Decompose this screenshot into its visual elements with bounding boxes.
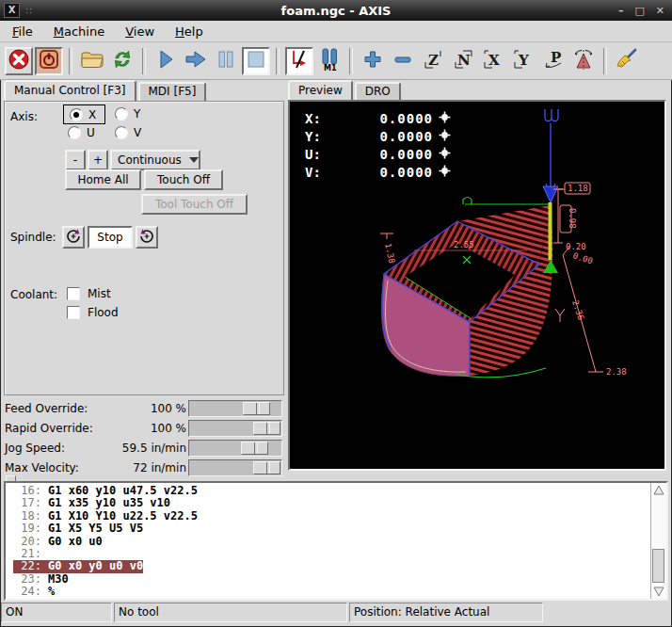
jog-mode-dropdown[interactable]: Continuous (110, 150, 200, 170)
view-x-icon: X (482, 48, 504, 73)
flood-checkbox[interactable]: Flood (67, 306, 119, 319)
menu-view[interactable]: View (119, 23, 161, 40)
radio-x-indicator (70, 108, 83, 121)
gcode-line[interactable]: 18:G1 X10 Y10 u22.5 v22.5 (13, 510, 650, 522)
svg-text:P: P (551, 49, 561, 66)
axis-radio-u[interactable]: U (68, 126, 95, 139)
menu-file[interactable]: File (6, 23, 40, 40)
skip-slash-icon (288, 48, 311, 73)
view-y-button[interactable]: Y (509, 47, 537, 75)
dro-value: 0.0000 (333, 165, 433, 180)
zoom-out-button[interactable] (389, 47, 417, 75)
radio-v-indicator (115, 126, 128, 139)
jog-speed-value: 59.5 in/min (85, 442, 186, 455)
gcode-line[interactable]: 21: (13, 548, 650, 560)
pause-button[interactable] (212, 47, 240, 75)
rapid-override-slider[interactable] (188, 420, 282, 437)
slider-handle[interactable] (243, 402, 270, 415)
zoom-in-button[interactable] (359, 47, 387, 75)
close-button[interactable]: ✕ (656, 5, 664, 17)
optional-pause-button[interactable]: M1 (315, 47, 344, 75)
jog-minus-button[interactable]: - (65, 150, 86, 170)
gcode-line[interactable]: 19:G1 X5 Y5 U5 V5 (13, 522, 650, 535)
svg-text:Y: Y (518, 52, 529, 69)
run-program-button[interactable] (152, 47, 180, 75)
axis-radio-y[interactable]: Y (115, 107, 140, 121)
position-mode-status: Position: Relative Actual (349, 603, 543, 622)
view-z-rotated-button[interactable]: N (449, 47, 477, 75)
dro-axis-label: Y: (305, 129, 333, 144)
rapid-override-value: 100 % (85, 422, 186, 435)
view-x-button[interactable]: X (479, 47, 507, 75)
maximize-button[interactable]: □ (634, 5, 644, 17)
mist-checkbox[interactable]: Mist (67, 287, 111, 300)
menu-help[interactable]: Help (168, 23, 210, 40)
clear-plot-button[interactable] (613, 47, 641, 75)
rotate-view-button[interactable] (569, 47, 598, 75)
toolbar-separator (603, 48, 607, 74)
svg-text:Z: Z (428, 52, 439, 69)
view-perspective-button[interactable]: P (539, 47, 568, 75)
feed-override-slider[interactable] (188, 400, 282, 417)
radio-y-indicator (115, 107, 128, 121)
dro-axis-label: U: (305, 147, 333, 162)
step-arrow-icon (184, 48, 208, 73)
mist-label: Mist (88, 287, 111, 300)
menubar: File Machine View Help (0, 21, 672, 42)
svg-text:1.38: 1.38 (383, 242, 396, 264)
max-velocity-slider[interactable] (188, 459, 282, 476)
slider-handle[interactable] (253, 422, 280, 435)
gcode-text[interactable]: 16:G1 x60 y10 u47.5 v22.5 17:G1 x35 y10 … (6, 483, 650, 599)
spindle-ccw-icon (65, 228, 82, 248)
home-all-button[interactable]: Home All (65, 169, 141, 190)
toolbar-separator (69, 48, 72, 74)
slider-handle[interactable] (241, 442, 268, 455)
tool-touch-off-button[interactable]: Tool Touch Off (141, 194, 248, 215)
gcode-line[interactable]: 20:G0 x0 u0 (13, 536, 650, 548)
scroll-up-arrow[interactable] (651, 483, 666, 497)
max-velocity-value: 72 in/min (85, 461, 186, 474)
view-z-button[interactable]: Z (419, 47, 447, 75)
spindle-ccw-button[interactable] (62, 226, 85, 249)
jog-speed-slider[interactable] (188, 440, 282, 457)
axis-radio-v[interactable]: V (115, 126, 141, 139)
power-icon (38, 48, 60, 73)
view-perspective-icon: P (542, 48, 565, 73)
window-title: foam.ngc - AXIS (0, 4, 672, 18)
preview-canvas[interactable]: X:0.0000 Y:0.0000 U:0.0000 V:0.0000 (288, 100, 666, 471)
slider-handle[interactable] (253, 461, 280, 474)
flood-checkbox-box (67, 306, 80, 319)
uv-axis-glyph (545, 109, 558, 121)
gcode-scrollbar[interactable] (650, 483, 666, 599)
axis-radio-x[interactable]: X (63, 104, 105, 124)
svg-text:X: X (488, 52, 500, 69)
gcode-line-active[interactable]: 22:G0 x0 y0 u0 v0 (13, 560, 650, 572)
jog-plus-button[interactable]: + (88, 150, 108, 170)
open-folder-icon (80, 48, 104, 73)
chevron-down-icon (189, 157, 199, 163)
spindle-stop-button[interactable]: Stop (88, 226, 133, 249)
jog-speed-row: Jog Speed: 59.5 in/min (0, 439, 286, 458)
dro-axis-label: X: (305, 111, 333, 126)
run-step-button[interactable] (182, 47, 210, 75)
gcode-line[interactable]: 23:M30 (13, 573, 650, 586)
radio-x-label: X (88, 108, 96, 121)
gcode-listing[interactable]: 16:G1 x60 y10 u47.5 v22.5 17:G1 x35 y10 … (4, 481, 668, 601)
scroll-down-arrow[interactable] (651, 585, 666, 599)
stop-button[interactable] (242, 47, 270, 75)
machine-power-button[interactable] (35, 47, 63, 75)
open-file-button[interactable] (78, 47, 106, 75)
scrollbar-thumb[interactable] (652, 549, 664, 583)
menu-machine[interactable]: Machine (47, 23, 111, 40)
touch-off-button[interactable]: Touch Off (144, 169, 223, 190)
gcode-line[interactable]: 24:% (13, 586, 650, 598)
reload-file-button[interactable] (108, 47, 136, 75)
rapid-override-label: Rapid Override: (5, 422, 93, 435)
skip-lines-button[interactable] (285, 47, 313, 75)
minimize-button[interactable]: – (618, 5, 624, 17)
toolbar-separator (349, 48, 353, 74)
spindle-cw-button[interactable] (136, 226, 158, 249)
estop-button[interactable] (5, 47, 33, 75)
gcode-line[interactable]: 16:G1 x60 y10 u47.5 v22.5 (13, 485, 650, 497)
gcode-line[interactable]: 17:G1 x35 y10 u35 v10 (13, 497, 650, 509)
